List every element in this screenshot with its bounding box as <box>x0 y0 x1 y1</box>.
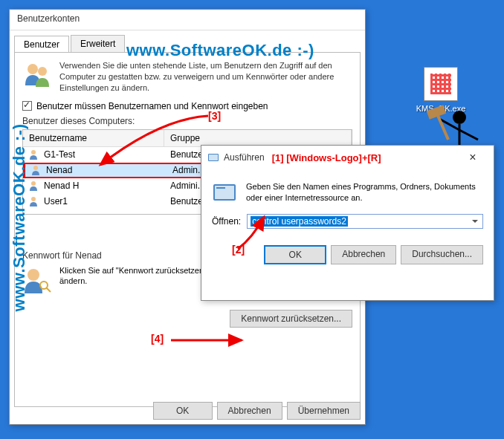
svg-line-3 <box>459 130 478 140</box>
svg-point-0 <box>453 111 466 124</box>
cell: G1-Test <box>44 149 75 160</box>
ua-cancel-button[interactable]: Abbrechen <box>217 402 282 420</box>
run-cancel-button[interactable]: Abbrechen <box>331 245 396 264</box>
svg-rect-18 <box>209 155 218 160</box>
reset-password-button[interactable]: Kennwort zurücksetzen... <box>230 310 352 328</box>
user-icon <box>31 165 43 175</box>
tab-advanced[interactable]: Erweitert <box>71 35 125 52</box>
run-command-combobox[interactable]: control userpasswords2 <box>247 214 483 229</box>
run-command-value: control userpasswords2 <box>251 216 348 227</box>
svg-point-8 <box>28 64 38 74</box>
cell: Nenad <box>46 165 72 175</box>
user-icon <box>29 181 41 191</box>
run-browse-button[interactable]: Durchsuchen... <box>401 245 483 264</box>
run-desc-text: Geben Sie den Namen eines Programms, Ord… <box>246 181 483 204</box>
annotation-1: [1] [Windows-Logo]+[R] <box>272 152 458 163</box>
watermark-side: www.SoftwareOK.de :-) <box>10 124 29 312</box>
cell: User1 <box>44 196 68 207</box>
tab-users[interactable]: Benutzer <box>14 36 69 53</box>
svg-point-13 <box>31 197 36 201</box>
checkbox-icon <box>22 101 32 111</box>
users-group-icon <box>22 60 52 90</box>
run-ok-button[interactable]: OK <box>264 245 326 264</box>
run-title: Ausführen <box>224 152 265 163</box>
svg-rect-21 <box>216 187 225 189</box>
open-label: Öffnen: <box>212 216 241 227</box>
svg-point-10 <box>31 150 36 155</box>
ua-intro-text: Verwenden Sie die unten stehende Liste, … <box>59 60 352 94</box>
ua-titlebar[interactable]: Benutzerkonten <box>10 10 365 30</box>
run-titlebar[interactable]: Ausführen [1] [Windows-Logo]+[R] × <box>201 146 494 169</box>
col-group[interactable]: Gruppe <box>164 130 352 146</box>
require-pwd-checkbox[interactable]: Benutzer müssen Benutzernamen und Kennwo… <box>22 101 352 111</box>
user-icon <box>29 149 41 160</box>
run-icon <box>207 152 219 163</box>
kms-ok-icon <box>424 67 458 101</box>
watermark-top: www.SoftwareOK.de :-) <box>126 41 314 60</box>
svg-point-9 <box>38 67 47 76</box>
users-list-label: Benutzer dieses Computers: <box>22 116 352 126</box>
svg-point-12 <box>31 181 36 186</box>
col-username[interactable]: Benutzername <box>23 130 164 146</box>
close-icon[interactable]: × <box>458 151 488 164</box>
run-app-icon <box>212 181 237 204</box>
svg-line-16 <box>46 287 51 292</box>
checkbox-label: Benutzer müssen Benutzernamen und Kennwo… <box>36 101 268 111</box>
svg-line-7 <box>436 112 448 140</box>
svg-point-11 <box>33 166 38 170</box>
ua-title: Benutzerkonten <box>17 13 80 24</box>
cell: Nenad H <box>44 181 79 191</box>
user-icon <box>29 196 41 207</box>
run-dialog: Ausführen [1] [Windows-Logo]+[R] × Geben… <box>201 145 494 301</box>
ua-apply-button[interactable]: Übernehmen <box>287 402 361 420</box>
ua-ok-button[interactable]: OK <box>153 402 213 420</box>
